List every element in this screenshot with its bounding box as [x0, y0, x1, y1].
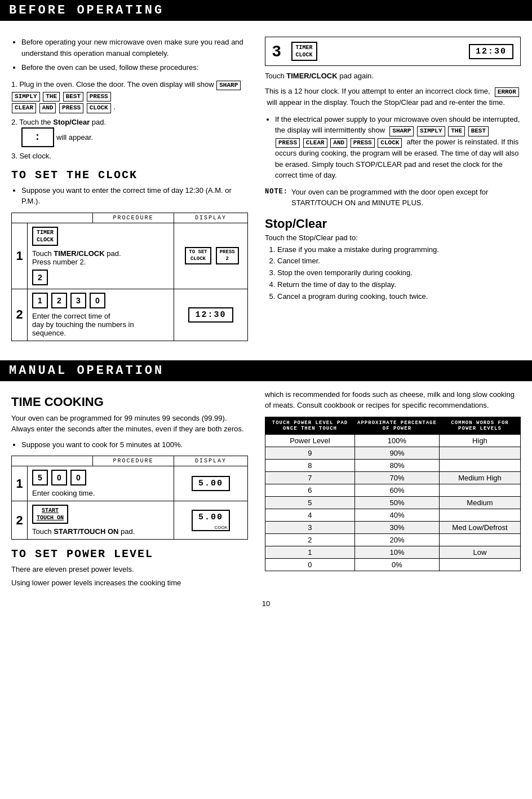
row-common-1 — [439, 447, 520, 459]
time-cooking-heading: TIME COOKING — [11, 395, 248, 409]
manual-step-1-text: Enter cooking time. — [32, 489, 169, 497]
table-row: 1 10% Low — [265, 546, 521, 558]
manual-step-2-proc: START TOUCH ON Touch START/TOUCH ON pad. — [28, 501, 174, 539]
row-common-2 — [439, 459, 520, 471]
step-2-lcd: 12:30 — [188, 307, 233, 323]
step-num-2: 2 — [12, 289, 28, 341]
manual-step-1-lcd: 5.00 — [192, 476, 230, 491]
stop-clear-heading: Stop/Clear — [265, 217, 521, 231]
row-pct-4: 60% — [354, 484, 439, 496]
to-set-clock-heading: TO SET THE CLOCK — [11, 169, 248, 182]
table-row: 2 20% — [265, 533, 521, 546]
key-best2: BEST — [468, 126, 489, 136]
stop-clear-item-1: Erase if you make a mistake during progr… — [277, 244, 521, 256]
stop-clear-item-2: Cancel timer. — [277, 255, 521, 267]
manual-num-btn-0a: 0 — [51, 470, 67, 485]
time-cooking-bullet: Suppose you want to cook for 5 minutes a… — [21, 439, 248, 451]
row-touch-6: 4 — [265, 509, 355, 521]
key-press4: PRESS — [351, 138, 375, 148]
row-pct-5: 50% — [354, 496, 439, 509]
row-touch-10: 0 — [265, 558, 355, 571]
stop-clear-section: Stop/Clear Touch the Stop/Clear pad to: … — [265, 217, 521, 303]
time-cooking-para1: Your oven can be programmed for 99 minut… — [11, 413, 248, 435]
row-pct-8: 20% — [354, 533, 439, 546]
step-num-1: 1 — [12, 223, 28, 289]
lcd-cook-wrapper: 5.00 COOK — [192, 510, 230, 531]
before-bullet-2: Before the oven can be used, follow thes… — [21, 62, 248, 73]
step3-row: 3 TIMER CLOCK 12:30 — [265, 37, 521, 66]
stop-clear-item-5: Cancel a program during cooking, touch t… — [277, 291, 521, 303]
row-pct-9: 10% — [354, 546, 439, 558]
key-press2: PRESS — [59, 103, 83, 113]
key-error: ERROR — [495, 87, 519, 97]
manual-proc-header-display: DISPLAY — [174, 456, 247, 466]
stop-clear-intro: Touch the Stop/Clear pad to: — [265, 233, 521, 242]
proc-header-procedure: PROCEDURE — [93, 213, 174, 223]
num-btn-2: 2 — [32, 270, 48, 285]
row-pct-0: 100% — [354, 434, 439, 447]
page-number: 10 — [0, 594, 532, 613]
manual-proc-header-procedure: PROCEDURE — [93, 456, 174, 466]
table-row: 6 60% — [265, 484, 521, 496]
row-common-8 — [439, 533, 520, 546]
manual-step-1: 1 5 0 0 Enter cooking time. 5.00 — [12, 466, 247, 501]
before-bullet-1: Before operating your new microwave oven… — [21, 37, 248, 59]
row-touch-0: Power Level — [265, 434, 355, 447]
manual-operation-header: MANUAL OPERATION — [0, 360, 532, 381]
manual-left-col: TIME COOKING Your oven can be programmed… — [11, 389, 248, 589]
row-pct-6: 40% — [354, 509, 439, 521]
row-common-10 — [439, 558, 520, 571]
stop-clear-item-3: Stop the oven temporarily during cooking… — [277, 267, 521, 279]
table-row: 3 30% Med Low/Defrost — [265, 521, 521, 533]
row-common-6 — [439, 509, 520, 521]
table-header-touch: TOUCH POWER LEVEL PAD ONCE THEN TOUCH — [265, 417, 355, 434]
before-operating-header: BEFORE OPERATING — [0, 0, 532, 21]
note-block: NOTE: Your oven can be programmed with t… — [265, 187, 521, 209]
row-touch-8: 2 — [265, 533, 355, 546]
step-2-procedure: 1 2 3 0 Enter the correct time of day by… — [28, 289, 174, 341]
row-pct-1: 90% — [354, 447, 439, 459]
manual-step-2-text: Touch START/TOUCH ON pad. — [32, 527, 169, 536]
step-stop-clear: 2. Touch the Stop/Clear pad. : will appe… — [11, 117, 248, 148]
proc-header-display: DISPLAY — [174, 213, 247, 223]
step3-text: Touch TIMER/CLOCK pad again. — [265, 72, 521, 80]
table-row: 4 40% — [265, 509, 521, 521]
manual-step-1-display: 5.00 — [174, 466, 247, 501]
manual-proc-table: PROCEDURE DISPLAY 1 5 0 0 Enter cooking … — [11, 456, 248, 540]
key-clear1: CLEAR — [12, 103, 36, 113]
manual-step-num-1: 1 — [12, 466, 28, 501]
row-common-9: Low — [439, 546, 520, 558]
table-header-common: COMMON WORDS FOR POWER LEVELS — [439, 417, 520, 434]
row-common-4 — [439, 484, 520, 496]
num-btn-0: 0 — [90, 293, 105, 308]
to-set-clock-bullet: Suppose you want to enter the correct ti… — [21, 185, 248, 207]
step-set-clock: 3. Set clock. — [11, 151, 248, 162]
table-row: 9 90% — [265, 447, 521, 459]
num-btn-1: 1 — [32, 293, 48, 308]
key-press1: PRESS — [87, 92, 111, 101]
key-clock2: CLOCK — [378, 138, 402, 148]
row-touch-5: 5 — [265, 496, 355, 509]
key-best: BEST — [63, 92, 83, 101]
table-row: Power Level 100% High — [265, 434, 521, 447]
key-clock1: CLOCK — [87, 103, 111, 113]
cook-label: COOK — [214, 525, 228, 530]
step-2-display: 12:30 — [174, 289, 247, 341]
key-and2: AND — [330, 138, 347, 148]
row-touch-9: 1 — [265, 546, 355, 558]
key-simply2: SIMPLY — [417, 126, 445, 136]
row-common-5: Medium — [439, 496, 520, 509]
step3-number: 3 — [272, 42, 281, 60]
row-touch-2: 8 — [265, 459, 355, 471]
timer-clock-key-3: TIMER CLOCK — [291, 42, 317, 61]
manual-right-continuation: which is recommended for foods such as c… — [265, 389, 521, 411]
row-touch-1: 9 — [265, 447, 355, 459]
stop-clear-list: Erase if you make a mistake during progr… — [265, 244, 521, 303]
key-clear2: CLEAR — [303, 138, 327, 148]
step3-lcd: 12:30 — [469, 44, 513, 59]
proc-step-1: 1 TIMER CLOCK Touch TIMER/CLOCK pad. Pre… — [12, 223, 247, 289]
num-btn-3: 3 — [70, 293, 86, 308]
right-column: 3 TIMER CLOCK 12:30 Touch TIMER/CLOCK pa… — [265, 37, 521, 347]
manual-num-btn-0b: 0 — [70, 470, 86, 485]
procedure-table: PROCEDURE DISPLAY 1 TIMER CLOCK Touch TI… — [11, 213, 248, 341]
